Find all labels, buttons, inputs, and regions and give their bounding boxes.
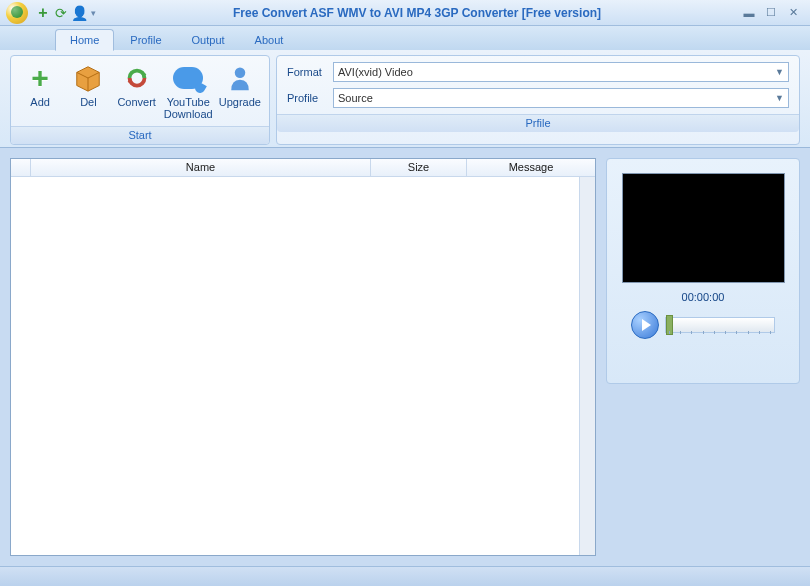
- youtube-label: YouTube Download: [164, 96, 213, 120]
- format-combo[interactable]: AVI(xvid) Video ▼: [333, 62, 789, 82]
- ribbon-group-start: + Add Del Convert YouTube Download: [10, 55, 270, 145]
- quick-refresh-button[interactable]: ⟳: [53, 5, 69, 21]
- plus-icon: +: [38, 4, 47, 22]
- col-check[interactable]: [11, 159, 31, 176]
- quick-add-button[interactable]: +: [35, 5, 51, 21]
- svg-point-0: [235, 68, 246, 79]
- vertical-scrollbar[interactable]: [579, 177, 595, 555]
- profile-label: Profile: [287, 92, 327, 104]
- youtube-download-button[interactable]: YouTube Download: [162, 60, 215, 122]
- profile-combo[interactable]: Source ▼: [333, 88, 789, 108]
- titlebar: + ⟳ 👤 ▾ Free Convert ASF WMV to AVI MP4 …: [0, 0, 810, 26]
- timecode: 00:00:00: [682, 291, 725, 303]
- format-value: AVI(xvid) Video: [338, 66, 413, 78]
- convert-button[interactable]: Convert: [114, 60, 160, 122]
- seek-slider[interactable]: [665, 317, 775, 333]
- ribbon-tabbar: Home Profile Output About: [0, 26, 810, 50]
- ribbon: + Add Del Convert YouTube Download: [0, 50, 810, 148]
- col-name[interactable]: Name: [31, 159, 371, 176]
- preview-panel: 00:00:00: [606, 158, 800, 384]
- quick-user-button[interactable]: 👤: [71, 5, 87, 21]
- ribbon-group-profile: Format AVI(xvid) Video ▼ Profile Source …: [276, 55, 800, 145]
- add-label: Add: [30, 96, 50, 108]
- person-icon: [224, 62, 256, 94]
- play-icon: [642, 319, 651, 331]
- maximize-button[interactable]: ☐: [762, 6, 780, 20]
- app-logo-icon: [6, 2, 28, 24]
- chevron-down-icon: ▼: [775, 67, 784, 77]
- upgrade-button[interactable]: Upgrade: [217, 60, 263, 122]
- main-area: Name Size Message 00:00:00: [0, 148, 810, 566]
- tab-about[interactable]: About: [241, 30, 298, 50]
- convert-icon: [121, 62, 153, 94]
- col-size[interactable]: Size: [371, 159, 467, 176]
- tab-output[interactable]: Output: [178, 30, 239, 50]
- video-preview: [622, 173, 785, 283]
- tab-home[interactable]: Home: [55, 29, 114, 51]
- statusbar: [0, 566, 810, 586]
- window-title: Free Convert ASF WMV to AVI MP4 3GP Conv…: [96, 6, 738, 20]
- convert-label: Convert: [117, 96, 156, 108]
- refresh-icon: ⟳: [55, 5, 67, 21]
- file-list: Name Size Message: [10, 158, 596, 556]
- list-body: [11, 177, 579, 555]
- del-label: Del: [80, 96, 97, 108]
- upgrade-label: Upgrade: [219, 96, 261, 108]
- person-icon: 👤: [71, 5, 88, 21]
- tab-profile[interactable]: Profile: [116, 30, 175, 50]
- speech-bubble-icon: [172, 62, 204, 94]
- format-label: Format: [287, 66, 327, 78]
- start-group-label: Start: [11, 126, 269, 144]
- minimize-button[interactable]: ▬: [740, 6, 758, 20]
- profile-value: Source: [338, 92, 373, 104]
- close-button[interactable]: ✕: [784, 6, 802, 20]
- play-button[interactable]: [631, 311, 659, 339]
- del-button[interactable]: Del: [65, 60, 111, 122]
- profile-group-label: Prfile: [277, 114, 799, 132]
- chevron-down-icon: ▼: [775, 93, 784, 103]
- plus-icon: +: [24, 62, 56, 94]
- box-icon: [72, 62, 104, 94]
- list-header: Name Size Message: [11, 159, 595, 177]
- add-button[interactable]: + Add: [17, 60, 63, 122]
- col-message[interactable]: Message: [467, 159, 595, 176]
